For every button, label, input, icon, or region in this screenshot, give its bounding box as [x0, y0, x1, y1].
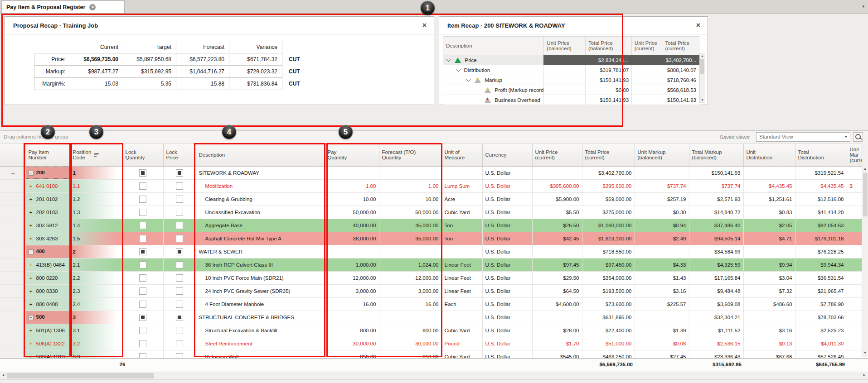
lock-price-cell[interactable] — [163, 206, 196, 219]
position-code-cell[interactable]: 3 — [70, 311, 122, 324]
description-cell[interactable]: Mobilization — [196, 179, 325, 192]
unit-of-measure-cell[interactable]: Acre — [441, 192, 482, 206]
description-cell[interactable]: 4 Foot Diameter Manhole — [196, 297, 325, 311]
column-header-pay-item-number[interactable]: Pay ItemNumber — [25, 144, 70, 166]
currency-cell[interactable]: U.S. Dollar — [482, 192, 532, 206]
unit-of-measure-cell[interactable]: Linear Feet — [441, 258, 482, 271]
total-distribution-cell[interactable]: $76,228.25 — [795, 245, 847, 258]
chevron-down-icon[interactable]: ▼ — [842, 133, 850, 141]
currency-cell[interactable]: U.S. Dollar — [482, 284, 532, 297]
column-header-unit-price-bal[interactable]: Unit Price (balanced) — [544, 37, 586, 55]
column-header-row-indicator[interactable] — [0, 144, 25, 166]
lock-price-cell[interactable] — [163, 166, 196, 179]
lock-price-checkbox[interactable] — [176, 340, 183, 347]
currency-cell[interactable]: U.S. Dollar — [482, 166, 532, 179]
column-header-forecast-quantity[interactable]: Forecast (T/O)Quantity — [379, 144, 441, 166]
row-indicator-cell[interactable] — [0, 311, 25, 324]
column-header-unit-markup-balanced[interactable]: Unit Markup(balanced) — [635, 144, 689, 166]
currency-cell[interactable]: U.S. Dollar — [482, 245, 532, 258]
unit-price-current-cell[interactable]: $4,600.00 — [532, 297, 582, 311]
pay-quantity-cell[interactable]: 38,000.00 — [325, 232, 379, 245]
lock-price-checkbox[interactable] — [176, 248, 183, 255]
total-distribution-cell[interactable]: $36,531.54 — [795, 271, 847, 284]
total-markup-balanced-cell[interactable]: $1,111.52 — [689, 324, 743, 337]
table-row[interactable]: +303 42631.5Asphalt Concrete Hot Mix Typ… — [0, 232, 862, 245]
lock-quantity-checkbox[interactable] — [139, 182, 146, 190]
column-header-total-markup-balanced[interactable]: Total Markup(balanced) — [689, 144, 743, 166]
description-cell[interactable]: 36 Inch RCP Culvert Class III — [196, 258, 325, 271]
pay-quantity-cell[interactable]: 1.00 — [325, 179, 379, 192]
currency-cell[interactable]: U.S. Dollar — [482, 324, 532, 337]
lock-price-cell[interactable] — [163, 297, 196, 311]
tree-row-markup[interactable]: Markup $150,141.93 $718,760.46 — [443, 75, 699, 85]
lock-quantity-cell[interactable] — [122, 166, 163, 179]
total-distribution-cell[interactable]: $7,786.90 — [795, 297, 847, 311]
unit-markup-balanced-cell[interactable]: $4.33 — [635, 258, 689, 271]
unit-distribution-cell[interactable]: $0.83 — [743, 206, 795, 219]
tab-close-icon[interactable]: × — [89, 4, 96, 10]
pay-item-cell[interactable]: −500 — [25, 311, 70, 324]
lock-quantity-checkbox[interactable] — [139, 248, 146, 255]
lock-price-checkbox[interactable] — [176, 169, 183, 177]
forecast-quantity-cell[interactable]: 35,000.00 — [379, 232, 441, 245]
unit-of-measure-cell[interactable] — [441, 245, 482, 258]
unit-distribution-cell[interactable]: $67.68 — [743, 350, 795, 358]
forecast-quantity-cell[interactable]: 50,000.00 — [379, 206, 441, 219]
table-row[interactable]: +800 02202.210 Inch PVC Force Main (SDR2… — [0, 271, 862, 284]
position-code-cell[interactable]: 1.3 — [70, 206, 122, 219]
scrollbar-thumb[interactable] — [7, 373, 154, 378]
total-price-current-cell[interactable]: $59,000.00 — [582, 192, 635, 206]
position-code-cell[interactable]: 1.4 — [70, 219, 122, 232]
unit-markup-balanced-cell[interactable] — [635, 311, 689, 324]
lock-price-checkbox[interactable] — [176, 196, 183, 203]
total-markup-balanced-cell[interactable]: $150,141.93 — [689, 166, 743, 179]
forecast-quantity-cell[interactable]: 3,000.00 — [379, 284, 441, 297]
unit-distribution-cell[interactable]: $4,435.45 — [743, 179, 795, 192]
lock-price-cell[interactable] — [163, 284, 196, 297]
unit-markup-balanced-cell[interactable]: $0.94 — [635, 219, 689, 232]
lock-price-cell[interactable] — [163, 219, 196, 232]
unit-of-measure-cell[interactable]: Lump Sum — [441, 179, 482, 192]
total-distribution-cell[interactable]: $4,011.30 — [795, 337, 847, 350]
pay-item-cell[interactable]: +503(A) 1313 — [25, 350, 70, 358]
pay-item-cell[interactable]: +202 0183 — [25, 206, 70, 219]
tabbar-overflow-icon[interactable]: ▼ — [862, 5, 865, 9]
pay-quantity-cell[interactable]: 40,000.00 — [325, 219, 379, 232]
unit-markup-balanced-cell[interactable]: $0.08 — [635, 337, 689, 350]
position-code-cell[interactable]: 1 — [70, 166, 122, 179]
currency-cell[interactable]: U.S. Dollar — [482, 232, 532, 245]
description-cell[interactable]: Asphalt Concrete Hot Mix Type A — [196, 232, 325, 245]
pay-quantity-cell[interactable]: 850.00 — [325, 350, 379, 358]
unit-distribution-cell[interactable]: $9.94 — [743, 258, 795, 271]
unit-distribution-cell[interactable] — [743, 245, 795, 258]
lock-quantity-cell[interactable] — [122, 206, 163, 219]
unit-of-measure-cell[interactable]: Cubic Yard — [441, 350, 482, 358]
lock-price-cell[interactable] — [163, 245, 196, 258]
pay-item-cell[interactable]: +501(A) 1306 — [25, 324, 70, 337]
table-row[interactable]: +800 03302.324 Inch PVC Gravity Sewer (S… — [0, 284, 862, 297]
forecast-quantity-cell[interactable]: 800.00 — [379, 324, 441, 337]
unit-distribution-cell[interactable]: $3.04 — [743, 271, 795, 284]
lock-quantity-checkbox[interactable] — [139, 235, 146, 242]
unit-markup-current-cell[interactable] — [847, 232, 862, 245]
total-distribution-cell[interactable]: $78,703.66 — [795, 311, 847, 324]
pay-item-cell[interactable]: −200 — [25, 166, 70, 179]
lock-quantity-checkbox[interactable] — [139, 353, 146, 359]
column-header-unit-of-measure[interactable]: Unit ofMeasure — [441, 144, 482, 166]
unit-of-measure-cell[interactable]: Ton — [441, 232, 482, 245]
forecast-quantity-cell[interactable] — [379, 245, 441, 258]
lock-quantity-cell[interactable] — [122, 311, 163, 324]
pay-quantity-cell[interactable]: 1,000.00 — [325, 258, 379, 271]
forecast-quantity-cell[interactable]: 16.00 — [379, 297, 441, 311]
unit-distribution-cell[interactable]: $2.05 — [743, 219, 795, 232]
lock-quantity-cell[interactable] — [122, 337, 163, 350]
row-indicator-cell[interactable] — [0, 192, 25, 206]
description-cell[interactable]: SITEWORK & ROADWAY — [196, 166, 325, 179]
tree-row-profit[interactable]: Profit (Markup records) $0.00 $568,618.5… — [443, 85, 699, 95]
table-row[interactable]: +201 01021.2Clearing & Grubbing10.0010.0… — [0, 192, 862, 206]
position-code-cell[interactable]: 2.3 — [70, 284, 122, 297]
table-row[interactable]: →−2001SITEWORK & ROADWAYU.S. Dollar$3,40… — [0, 166, 862, 179]
description-cell[interactable]: WATER & SEWER — [196, 245, 325, 258]
unit-price-current-cell[interactable]: $28.00 — [532, 324, 582, 337]
row-indicator-cell[interactable] — [0, 232, 25, 245]
